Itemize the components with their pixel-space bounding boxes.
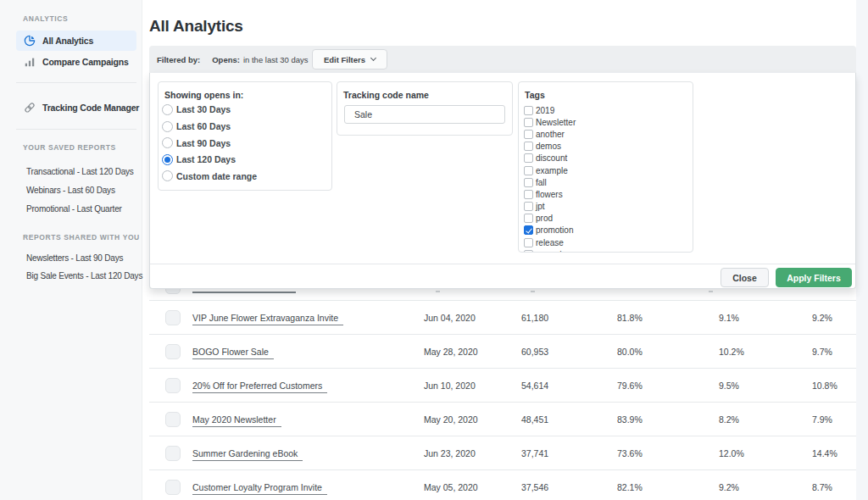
tag-label: Newsletter bbox=[536, 118, 576, 127]
tag-checkbox-row[interactable]: discount bbox=[524, 153, 576, 164]
radio-last-90-days[interactable]: Last 90 Days bbox=[162, 136, 231, 150]
tag-checkbox-row[interactable]: fall bbox=[524, 176, 576, 188]
apply-filters-button[interactable]: Apply Filters bbox=[776, 268, 852, 287]
checkbox-icon bbox=[524, 178, 533, 187]
cell-click-rate: 12.0% bbox=[719, 448, 812, 458]
tag-label: another bbox=[536, 130, 565, 139]
cell-open-rate: 81.8% bbox=[617, 313, 719, 323]
tag-checkbox-row[interactable]: jpt bbox=[524, 201, 576, 213]
radio-last-60-days[interactable]: Last 60 Days bbox=[162, 119, 231, 133]
tracking-code-label: Tracking code name bbox=[343, 90, 429, 100]
tag-label: prod bbox=[536, 214, 553, 223]
edit-filters-label: Edit Filters bbox=[324, 55, 365, 64]
row-checkbox[interactable] bbox=[165, 378, 181, 393]
saved-report-link[interactable]: Webinars - Last 60 Days bbox=[26, 186, 115, 195]
checkbox-icon bbox=[524, 190, 533, 199]
cell-click-rate: 9.1% bbox=[719, 313, 812, 323]
tag-label: resend bbox=[536, 250, 562, 253]
radio-icon bbox=[162, 170, 173, 181]
campaign-link[interactable]: May 2020 Newsletter bbox=[192, 414, 281, 427]
table-row: Summer Gardening eBook Jun 23, 2020 37,7… bbox=[149, 436, 856, 470]
clipped-text-fragment bbox=[436, 291, 440, 292]
filtered-by-label: Filtered by: bbox=[157, 55, 200, 64]
shared-report-link[interactable]: Big Sale Events - Last 120 Days bbox=[26, 271, 142, 281]
cell-opens: 54,614 bbox=[521, 381, 617, 391]
checkbox-icon bbox=[524, 130, 533, 139]
tag-checkbox-row[interactable]: 2019 bbox=[524, 104, 576, 116]
pie-chart-icon bbox=[24, 35, 36, 47]
radio-last-120-days[interactable]: Last 120 Days bbox=[162, 153, 236, 166]
checkbox-icon bbox=[524, 153, 533, 163]
tag-checkbox-row[interactable]: Newsletter bbox=[524, 116, 576, 128]
saved-report-link[interactable]: Promotional - Last Quarter bbox=[26, 204, 122, 214]
row-checkbox[interactable] bbox=[165, 412, 181, 427]
checkbox-icon bbox=[524, 238, 533, 247]
campaign-link[interactable]: Summer Gardening eBook bbox=[192, 448, 303, 461]
radio-custom-date-range[interactable]: Custom date range bbox=[162, 169, 257, 183]
tag-label: fall bbox=[536, 178, 547, 187]
cell-click-rate: 8.2% bbox=[719, 414, 812, 425]
cell-opens: 37,546 bbox=[521, 482, 617, 492]
tags-list: 2019 Newsletter another demos bbox=[524, 104, 576, 253]
tag-checkbox-row[interactable]: release bbox=[524, 236, 576, 248]
campaign-link[interactable]: Customer Loyalty Program Invite bbox=[192, 482, 327, 495]
filter-name: Opens: bbox=[212, 55, 240, 64]
shared-report-link[interactable]: Newsletters - Last 90 Days bbox=[26, 253, 123, 263]
tags-group: Tags 2019 Newsletter another bbox=[518, 81, 693, 253]
sidebar-item-label: All Analytics bbox=[42, 36, 93, 46]
tag-checkbox-row[interactable]: another bbox=[524, 128, 576, 140]
saved-report-link[interactable]: Transactional - Last 120 Days bbox=[26, 167, 134, 176]
sidebar-item-compare-campaigns[interactable]: Compare Campaigns bbox=[16, 52, 136, 72]
close-button[interactable]: Close bbox=[721, 268, 769, 287]
clipped-link-underline bbox=[192, 292, 296, 293]
checkbox-icon bbox=[524, 225, 533, 235]
tag-label: discount bbox=[536, 153, 567, 163]
cell-rate: 9.7% bbox=[812, 347, 856, 357]
cell-open-rate: 80.0% bbox=[617, 347, 719, 357]
cell-rate: 8.7% bbox=[812, 482, 856, 492]
cell-click-rate: 9.5% bbox=[719, 381, 812, 391]
opens-group-label: Showing opens in: bbox=[164, 90, 243, 100]
cell-date: Jun 23, 2020 bbox=[424, 448, 521, 458]
tag-checkbox-row[interactable]: flowers bbox=[524, 188, 576, 200]
row-checkbox[interactable] bbox=[165, 310, 181, 325]
row-checkbox[interactable] bbox=[165, 446, 181, 461]
checkbox-icon bbox=[524, 142, 533, 151]
tag-checkbox-row[interactable]: demos bbox=[524, 141, 576, 153]
tag-checkbox-row[interactable]: prod bbox=[524, 213, 576, 225]
tag-label: example bbox=[536, 166, 568, 175]
tag-label: promotion bbox=[536, 225, 573, 235]
campaign-link[interactable]: 20% Off for Preferred Customers bbox=[192, 381, 327, 393]
radio-icon bbox=[162, 137, 173, 148]
tracking-code-input[interactable] bbox=[344, 105, 505, 124]
cell-click-rate: 9.2% bbox=[719, 482, 812, 492]
cell-rate: 14.4% bbox=[812, 448, 856, 458]
sidebar-section-analytics: ANALYTICS bbox=[23, 14, 68, 23]
sidebar-divider bbox=[16, 82, 136, 83]
cell-rate: 7.9% bbox=[812, 414, 856, 425]
sidebar-item-label: Compare Campaigns bbox=[42, 57, 129, 67]
cell-date: Jun 10, 2020 bbox=[424, 381, 521, 391]
cell-date: May 20, 2020 bbox=[424, 414, 521, 425]
row-checkbox[interactable] bbox=[165, 344, 181, 359]
row-checkbox[interactable] bbox=[165, 480, 181, 495]
sidebar-divider bbox=[16, 129, 136, 130]
checkbox-icon bbox=[524, 202, 533, 211]
clipped-text-fragment bbox=[709, 291, 713, 292]
tags-group-label: Tags bbox=[525, 90, 545, 100]
tag-checkbox-row[interactable]: example bbox=[524, 164, 576, 176]
tag-checkbox-row[interactable]: promotion bbox=[524, 225, 576, 236]
campaign-link[interactable]: BOGO Flower Sale bbox=[192, 347, 274, 359]
edit-filters-button[interactable]: Edit Filters bbox=[312, 49, 387, 69]
sidebar-item-label: Tracking Code Manager bbox=[42, 103, 139, 113]
cell-opens: 37,741 bbox=[521, 448, 617, 458]
chevron-down-icon bbox=[370, 55, 376, 61]
sidebar-item-all-analytics[interactable]: All Analytics bbox=[16, 31, 136, 51]
tag-checkbox-row[interactable]: resend bbox=[524, 248, 576, 253]
sidebar-section-saved-reports: YOUR SAVED REPORTS bbox=[23, 143, 116, 152]
radio-icon bbox=[162, 121, 173, 132]
radio-last-30-days[interactable]: Last 30 Days bbox=[162, 103, 231, 116]
table-row: Customer Loyalty Program Invite May 05, … bbox=[149, 470, 856, 500]
campaign-link[interactable]: VIP June Flower Extravaganza Invite bbox=[192, 313, 343, 325]
sidebar-item-tracking-code-manager[interactable]: Tracking Code Manager bbox=[16, 97, 136, 118]
